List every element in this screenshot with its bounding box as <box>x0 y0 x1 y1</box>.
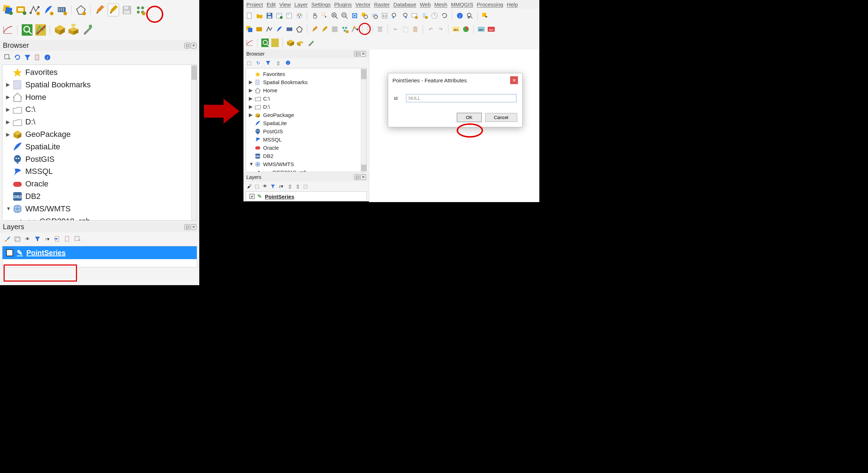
new-vector-layer-icon[interactable] <box>246 25 253 33</box>
tree-expand-arrow[interactable]: ▶ <box>6 119 10 126</box>
panel-close-button[interactable]: ✕ <box>191 43 196 48</box>
visibility-icon[interactable]: 👁 <box>24 235 31 243</box>
tree-item-c-[interactable]: ▶C:\ <box>246 94 366 103</box>
tree-item-spatial-bookmarks[interactable]: ▶Spatial Bookmarks <box>246 78 366 86</box>
zoom-layer-icon[interactable] <box>371 12 379 20</box>
tree-item-postgis[interactable]: PostGIS <box>2 153 197 166</box>
new-shapefile-icon[interactable] <box>29 4 41 16</box>
field-input-id[interactable] <box>406 94 517 102</box>
tree-expand-arrow[interactable]: ▼ <box>249 161 252 168</box>
feather-icon[interactable] <box>276 25 283 33</box>
menu-item-web[interactable]: Web <box>420 1 431 7</box>
scrollbar-vertical[interactable] <box>191 65 197 220</box>
tree-expand-arrow[interactable]: ▶ <box>249 103 252 110</box>
zoom-selection-icon[interactable] <box>361 12 369 20</box>
box-open-icon[interactable] <box>67 24 78 36</box>
vertex-tool-icon[interactable]: ▾ <box>351 25 359 33</box>
collapse-icon[interactable]: ▯ <box>274 59 282 67</box>
menu-item-processing[interactable]: Processing <box>477 1 503 7</box>
visibility-icon[interactable]: 👁 <box>262 182 268 190</box>
tree-item-db2[interactable]: DB2DB2 <box>2 190 197 203</box>
remove-icon[interactable]: ⬚ <box>303 182 308 190</box>
pan-selection-icon[interactable] <box>321 12 329 20</box>
info-icon[interactable]: i <box>284 59 292 67</box>
panel-close-button[interactable]: ✕ <box>360 174 366 180</box>
browser-tree-left[interactable]: Favorites▶Spatial Bookmarks▶Home▶C:\▶D:\… <box>2 65 197 221</box>
search-icon[interactable] <box>261 39 269 47</box>
identify-icon[interactable]: i <box>456 12 464 20</box>
graph-icon[interactable] <box>2 24 14 36</box>
new-geopackage-icon[interactable] <box>256 25 263 33</box>
zoom-full-icon[interactable] <box>351 12 359 20</box>
menu-item-layer[interactable]: Layer <box>294 1 308 7</box>
tools-icon[interactable] <box>81 24 92 36</box>
collapse-icon[interactable] <box>34 53 41 61</box>
tree-item-d-[interactable]: ▶D:\ <box>246 103 366 111</box>
new-vector-layer-icon[interactable] <box>2 4 14 16</box>
save-edits-icon[interactable] <box>331 25 339 33</box>
filter-icon[interactable] <box>24 53 31 61</box>
menu-item-vector[interactable]: Vector <box>355 1 371 7</box>
tree-item-spatial-bookmarks[interactable]: ▶Spatial Bookmarks <box>2 79 197 91</box>
layers-list-right[interactable]: ✔ ✎ PointSeries <box>246 191 367 201</box>
tree-expand-arrow[interactable]: ▶ <box>6 106 10 113</box>
panel-dock-button[interactable]: ◱ <box>354 51 360 57</box>
add-group-icon[interactable] <box>14 235 21 243</box>
add-group-icon[interactable]: ⬚ <box>254 182 260 190</box>
menu-item-project[interactable]: Project <box>246 1 263 7</box>
temporal-icon[interactable] <box>431 12 438 20</box>
info-icon[interactable]: i <box>43 53 51 61</box>
dialog-close-button[interactable]: ✕ <box>510 76 518 84</box>
map-tool-icon[interactable] <box>35 24 46 36</box>
new-map-view-icon[interactable] <box>411 12 418 20</box>
menu-item-mmqgis[interactable]: MMQGIS <box>451 1 473 7</box>
tree-item-spatialite[interactable]: SpatiaLite <box>246 119 366 127</box>
ok-button[interactable]: OK <box>457 113 482 122</box>
expand-all-icon[interactable]: ▯ <box>287 182 293 190</box>
zoom-in-icon[interactable] <box>331 12 339 20</box>
tree-item-d-[interactable]: ▶D:\ <box>2 116 197 128</box>
box-open-icon[interactable] <box>296 39 304 47</box>
new-print-layout-icon[interactable] <box>276 12 283 20</box>
refresh-icon[interactable] <box>441 12 448 20</box>
panel-dock-button[interactable]: ◱ <box>184 224 190 230</box>
tree-item-spatialite[interactable]: SpatiaLite <box>2 141 197 153</box>
redo-icon[interactable]: ↷ <box>437 25 445 33</box>
pencil-edit-icon[interactable] <box>94 4 106 16</box>
menu-item-plugins[interactable]: Plugins <box>334 1 352 7</box>
label-abc-icon[interactable]: abc <box>452 25 460 33</box>
layer-visibility-checkbox[interactable]: ✔ <box>6 249 13 256</box>
tree-item-geopackage[interactable]: ▶GeoPackage <box>2 128 197 141</box>
tree-item-c-[interactable]: ▶C:\ <box>2 103 197 116</box>
save-project-icon[interactable] <box>266 12 273 20</box>
layout-manager-icon[interactable] <box>286 12 293 20</box>
paste-icon[interactable] <box>411 25 419 33</box>
pencil-edit-icon[interactable] <box>311 25 319 33</box>
map-tool-icon[interactable] <box>271 39 279 47</box>
add-layer-icon[interactable]: + <box>4 53 11 61</box>
new-geopackage-icon[interactable] <box>16 4 27 16</box>
zoom-native-icon[interactable]: 1:1 <box>381 12 389 20</box>
expand-all-icon[interactable] <box>53 235 61 243</box>
tree-item-cgr2018-rgb[interactable]: ▶CGR2018_rgb <box>2 215 197 221</box>
tree-item-db2[interactable]: DB2DB2 <box>246 152 366 160</box>
tree-item-postgis[interactable]: PostGIS <box>246 127 366 135</box>
search-icon[interactable] <box>21 24 32 36</box>
menu-item-help[interactable]: Help <box>507 1 518 7</box>
cancel-button[interactable]: Cancel <box>485 113 517 122</box>
polygon-icon[interactable] <box>296 25 303 33</box>
style-manager-icon[interactable] <box>296 12 303 20</box>
panel-close-button[interactable]: ✕ <box>360 51 366 57</box>
tree-item-wms-wmts[interactable]: ▼WMS/WMTS <box>246 160 366 168</box>
tree-expand-arrow[interactable]: ▼ <box>6 205 10 212</box>
zoom-next-icon[interactable] <box>401 12 409 20</box>
expression-icon[interactable]: ε▾ <box>278 182 285 190</box>
diagram-icon[interactable] <box>462 25 470 33</box>
cut-icon[interactable]: ✂ <box>391 25 399 33</box>
tree-expand-arrow[interactable]: ▶ <box>249 112 252 119</box>
tree-expand-arrow[interactable]: ▶ <box>249 95 252 102</box>
tree-item-home[interactable]: ▶Home <box>2 91 197 104</box>
tree-item-cgr2018-rgb[interactable]: ▶CGR2018_rgb <box>246 168 366 172</box>
plugin-icon[interactable] <box>135 4 146 16</box>
open-project-icon[interactable] <box>256 12 263 20</box>
